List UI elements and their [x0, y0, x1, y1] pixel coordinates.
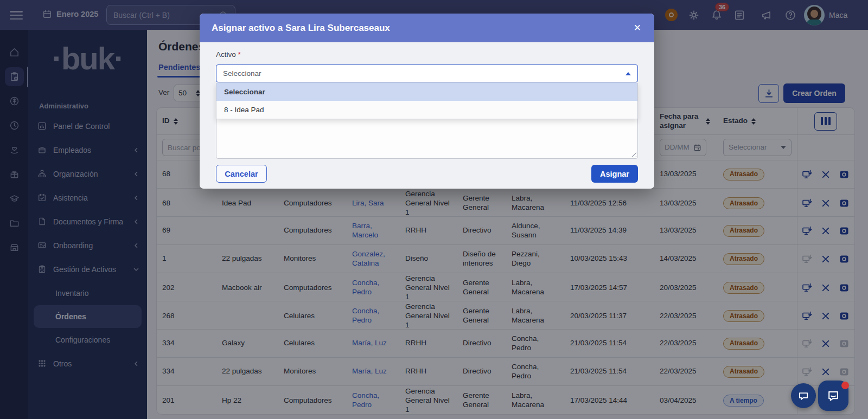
modal-title: Asignar activo a Sara Lira Subercaseaux [212, 23, 634, 34]
activo-field-label: Activo * [216, 50, 241, 59]
chat-widget-icon[interactable] [791, 383, 816, 408]
assign-asset-modal: Asignar activo a Sara Lira Subercaseaux … [200, 14, 654, 189]
cancel-button[interactable]: Cancelar [216, 165, 267, 183]
close-icon[interactable] [634, 23, 641, 33]
required-mark: * [238, 50, 241, 59]
activo-select[interactable]: Seleccionar [216, 65, 638, 82]
app-root: Enero 2025 Buscar (Ctrl + B) 36 Maca ·bu… [0, 0, 868, 419]
modal-header: Asignar activo a Sara Lira Subercaseaux [200, 14, 654, 42]
dropdown-option-seleccionar[interactable]: Seleccionar [216, 83, 637, 101]
assign-button[interactable]: Asignar [591, 165, 638, 183]
dropdown-option-idea-pad[interactable]: 8 - Idea Pad [216, 101, 637, 119]
chat-notification-dot [841, 382, 849, 389]
chevron-up-icon [626, 72, 631, 75]
activo-dropdown-menu: Seleccionar 8 - Idea Pad [216, 83, 638, 119]
resize-grip-icon[interactable] [630, 151, 636, 157]
